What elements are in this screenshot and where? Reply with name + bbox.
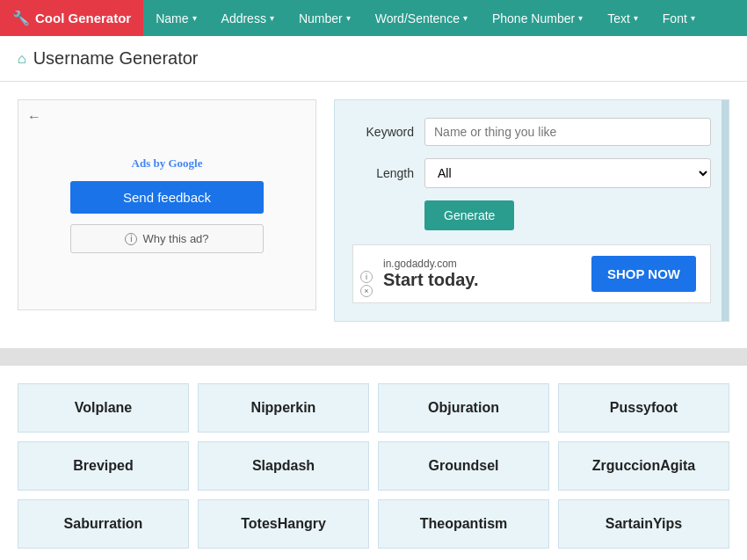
keyword-input[interactable]: [424, 118, 711, 146]
nav-item-font[interactable]: Font ▾: [650, 0, 707, 36]
nav-font-caret: ▾: [691, 13, 695, 23]
ad-banner-headline: Start today.: [383, 270, 591, 290]
ad-section: ← Ads by Google Send feedback i Why this…: [18, 99, 316, 310]
result-item[interactable]: Saburration: [18, 499, 189, 549]
result-item[interactable]: Objuration: [378, 383, 549, 433]
nav-item-number[interactable]: Number ▾: [286, 0, 363, 36]
send-feedback-button[interactable]: Send feedback: [70, 181, 264, 214]
generator-form: Keyword Length All Short Medium Long Gen…: [352, 118, 711, 230]
nav-item-address[interactable]: Address ▾: [209, 0, 286, 36]
nav-item-text[interactable]: Text ▾: [595, 0, 650, 36]
section-divider: [0, 348, 747, 366]
generator-section: Keyword Length All Short Medium Long Gen…: [334, 99, 729, 322]
nav-phone-label: Phone Number: [492, 11, 575, 25]
nav-phone-caret: ▾: [578, 13, 583, 23]
nav-name-caret: ▾: [192, 13, 197, 23]
nav-text-caret: ▾: [634, 13, 638, 23]
nav-name-label: Name: [156, 11, 188, 25]
length-select[interactable]: All Short Medium Long: [424, 158, 711, 188]
ad-banner-text: in.godaddy.com Start today.: [367, 258, 591, 290]
keyword-label: Keyword: [352, 125, 414, 139]
nav-word-label: Word/Sentence: [375, 11, 460, 25]
length-row: Length All Short Medium Long: [352, 158, 711, 188]
result-item[interactable]: Pussyfoot: [558, 383, 729, 433]
result-item[interactable]: Breviped: [18, 441, 189, 491]
generate-button[interactable]: Generate: [424, 200, 514, 230]
nav-word-caret: ▾: [463, 13, 468, 23]
scrollbar[interactable]: [722, 100, 729, 321]
ad-controls: i ×: [360, 271, 373, 297]
nav-number-caret: ▾: [346, 13, 351, 23]
result-item[interactable]: Slapdash: [198, 441, 369, 491]
results-grid: VolplaneNipperkinObjurationPussyfootBrev…: [18, 383, 729, 549]
info-icon: i: [125, 233, 137, 245]
nav-item-name[interactable]: Name ▾: [143, 0, 208, 36]
result-item[interactable]: Theopantism: [378, 499, 549, 549]
navbar: 🔧 Cool Generator Name ▾ Address ▾ Number…: [0, 0, 747, 36]
brand-label: Cool Generator: [35, 11, 131, 25]
nav-text-label: Text: [607, 11, 630, 25]
result-item[interactable]: Volplane: [18, 383, 189, 433]
home-icon[interactable]: ⌂: [18, 51, 26, 67]
ads-by-google: Ads by Google: [132, 156, 203, 171]
brand-icon: 🔧: [12, 10, 30, 26]
keyword-row: Keyword: [352, 118, 711, 146]
result-item[interactable]: SartainYips: [558, 499, 729, 549]
breadcrumb: ⌂ Username Generator: [0, 36, 747, 82]
nav-brand[interactable]: 🔧 Cool Generator: [0, 0, 143, 36]
ad-banner: i × in.godaddy.com Start today. SHOP NOW: [352, 244, 711, 303]
result-item[interactable]: Groundsel: [378, 441, 549, 491]
result-item[interactable]: ZrguccionAgita: [558, 441, 729, 491]
nav-item-phone[interactable]: Phone Number ▾: [480, 0, 595, 36]
page-title: Username Generator: [33, 48, 199, 69]
nav-item-word[interactable]: Word/Sentence ▾: [363, 0, 480, 36]
generate-row: Generate: [352, 200, 711, 230]
why-this-ad-button[interactable]: i Why this ad?: [70, 224, 264, 253]
ad-info-icon[interactable]: i: [360, 271, 373, 283]
main-content: ← Ads by Google Send feedback i Why this…: [0, 82, 747, 339]
result-item[interactable]: Nipperkin: [198, 383, 369, 433]
ad-close-icon[interactable]: ×: [360, 285, 373, 297]
nav-address-label: Address: [221, 11, 266, 25]
back-arrow-icon[interactable]: ←: [27, 109, 41, 125]
results-section: VolplaneNipperkinObjurationPussyfootBrev…: [0, 366, 747, 560]
result-item[interactable]: TotesHangry: [198, 499, 369, 549]
nav-font-label: Font: [663, 11, 687, 25]
ad-banner-domain: in.godaddy.com: [383, 258, 591, 270]
nav-address-caret: ▾: [270, 13, 274, 23]
length-label: Length: [352, 166, 414, 180]
shop-now-button[interactable]: SHOP NOW: [591, 256, 696, 292]
nav-number-label: Number: [299, 11, 343, 25]
